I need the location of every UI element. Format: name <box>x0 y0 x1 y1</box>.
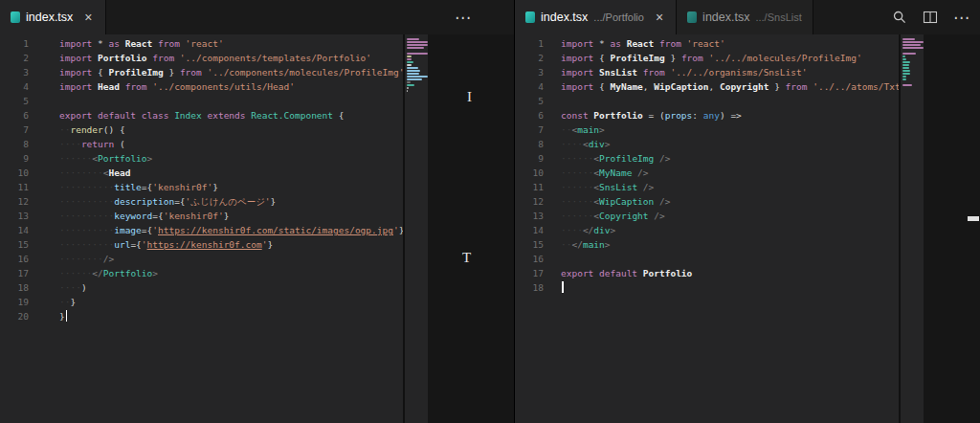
search-icon[interactable] <box>892 10 907 25</box>
line-number: 13 <box>515 209 549 223</box>
code-line[interactable]: ········<Head <box>59 166 403 180</box>
line-number: 2 <box>0 51 34 65</box>
code-line[interactable]: ······</Portfolio> <box>59 266 403 280</box>
scrollbar-marker[interactable] <box>968 216 979 221</box>
minimap-line <box>902 47 924 49</box>
minimap-line <box>902 73 910 75</box>
minimap-line <box>902 61 910 63</box>
code-line[interactable]: ··</main> <box>561 237 899 252</box>
minimap[interactable] <box>899 34 924 423</box>
typescript-file-icon <box>11 11 20 23</box>
minimap-line <box>902 53 916 55</box>
text-cursor <box>562 281 564 293</box>
line-number: 12 <box>0 194 34 209</box>
split-editor-icon[interactable] <box>923 10 938 25</box>
code-line[interactable]: ········/> <box>59 252 403 266</box>
code-line[interactable]: ······<SnsList /> <box>561 180 899 194</box>
tab-description: .../SnsList <box>755 11 801 23</box>
minimap-line <box>407 64 412 66</box>
close-icon[interactable]: × <box>82 10 94 25</box>
code-line[interactable]: import { ProfileImg } from '../component… <box>59 65 403 79</box>
code-line[interactable]: ····</div> <box>561 223 899 237</box>
close-icon[interactable]: × <box>654 10 665 25</box>
code-line[interactable]: export default Portfolio <box>561 266 899 280</box>
minimap-line <box>902 64 909 66</box>
code-line[interactable] <box>561 94 899 108</box>
code-line[interactable] <box>59 94 403 108</box>
code-line[interactable]: import Head from '../components/utils/He… <box>59 79 403 94</box>
line-number: 7 <box>0 122 34 137</box>
vertical-scrollbar[interactable] <box>967 34 980 423</box>
line-number: 8 <box>0 137 34 151</box>
editor-left[interactable]: 1234567891011121314151617181920 import *… <box>0 34 514 423</box>
more-actions-icon[interactable]: ⋯ <box>455 8 472 28</box>
code-line[interactable]: import { MyName, WipCaption, Copyright }… <box>561 79 899 94</box>
minimap-line <box>407 67 418 69</box>
code-line[interactable]: ····<div> <box>561 137 899 151</box>
code-line[interactable]: import * as React from 'react' <box>59 36 403 51</box>
editor-group-right: index.tsx .../Portfolio × index.tsx .../… <box>514 0 980 423</box>
minimap-line <box>902 41 924 43</box>
line-number: 6 <box>515 108 549 122</box>
code-line[interactable]: import { ProfileImg } from '../../molecu… <box>561 51 899 65</box>
code-line[interactable]: ··<main> <box>561 122 899 137</box>
code-line[interactable]: ··········description={'ふじけんのページ'} <box>59 194 403 209</box>
code-line[interactable]: const Portfolio = (props: any) => <box>561 108 899 122</box>
editor-filler <box>924 34 967 423</box>
minimap-line <box>407 47 424 49</box>
code-line[interactable]: ······<WipCaption /> <box>561 194 899 209</box>
editor-right[interactable]: 123456789101112131415161718 import * as … <box>515 34 980 423</box>
typescript-file-icon <box>687 11 697 23</box>
line-number: 3 <box>515 65 549 79</box>
code-line[interactable]: ··} <box>59 295 403 309</box>
minimap-line <box>407 61 413 63</box>
line-number: 1 <box>515 36 549 51</box>
code-line[interactable]: ······<Copyright /> <box>561 209 899 223</box>
line-number: 20 <box>0 309 34 323</box>
line-number: 4 <box>515 79 549 94</box>
line-number: 16 <box>0 252 34 266</box>
code-line[interactable]: ··········title={'kenshir0f'} <box>59 180 403 194</box>
code-line[interactable] <box>561 252 899 266</box>
code-line[interactable]: ··········image={'https://kenshir0f.com/… <box>59 223 403 237</box>
code-line[interactable]: ····) <box>59 280 403 295</box>
minimap-line <box>407 76 428 78</box>
minimap-line <box>902 70 910 72</box>
line-number: 4 <box>0 79 34 94</box>
code-line[interactable]: } <box>59 309 403 323</box>
code-line[interactable]: ····return ( <box>59 137 403 151</box>
code-area[interactable]: import * as React from 'react'import Por… <box>34 34 403 423</box>
minimap[interactable] <box>403 34 428 423</box>
tab-index-tsx-snslist[interactable]: index.tsx .../SnsList <box>677 0 813 34</box>
code-area[interactable]: import * as React from 'react'import { P… <box>549 34 899 423</box>
code-line[interactable]: ······<Portfolio> <box>59 151 403 166</box>
render-artifact-glyph: T <box>462 250 471 266</box>
text-cursor <box>66 310 68 322</box>
line-number: 15 <box>0 237 34 252</box>
render-artifact-glyph: I <box>467 89 472 105</box>
code-line[interactable]: ······<MyName /> <box>561 166 899 180</box>
code-line[interactable]: ··render() { <box>59 122 403 137</box>
line-number: 17 <box>0 266 34 280</box>
code-line[interactable]: import Portfolio from '../components/tem… <box>59 51 403 65</box>
code-line[interactable]: export default class Index extends React… <box>59 108 403 122</box>
tab-title: index.tsx <box>702 11 749 24</box>
minimap-line <box>407 81 411 83</box>
code-line[interactable]: import * as React from 'react' <box>561 36 899 51</box>
line-number: 2 <box>515 51 549 65</box>
code-line[interactable]: ··········url={'https://kenshir0f.com'} <box>59 237 403 252</box>
line-number: 6 <box>0 108 34 122</box>
tab-index-tsx-portfolio[interactable]: index.tsx .../Portfolio × <box>515 0 677 34</box>
code-line[interactable] <box>561 280 899 295</box>
minimap-line <box>902 38 915 40</box>
tab-index-tsx-left[interactable]: index.tsx × <box>0 0 106 34</box>
line-number: 19 <box>0 295 34 309</box>
code-line[interactable]: ······<ProfileImg /> <box>561 151 899 166</box>
tab-title: index.tsx <box>26 11 73 24</box>
code-line[interactable]: import SnsList from '../../organisms/Sns… <box>561 65 899 79</box>
code-line[interactable]: ··········keyword={'kenshir0f'} <box>59 209 403 223</box>
line-number: 18 <box>515 280 549 295</box>
line-number: 1 <box>0 36 34 51</box>
line-number: 18 <box>0 280 34 295</box>
more-actions-icon[interactable]: ⋯ <box>953 8 970 28</box>
